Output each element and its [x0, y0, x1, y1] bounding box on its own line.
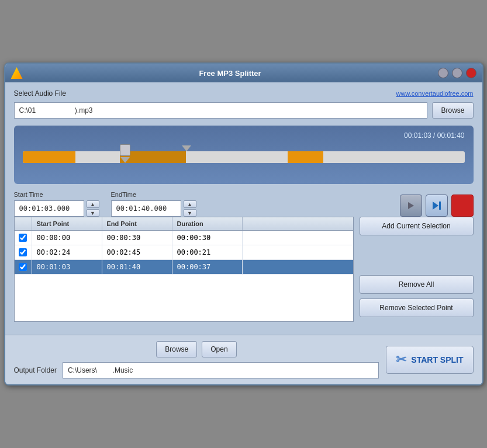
start-time-input-row: ▲ ▼ [14, 200, 99, 217]
col-header-start: Start Point [32, 217, 102, 230]
row-1-duration: 00:00:30 [172, 231, 243, 245]
title-bar-left [11, 67, 23, 79]
table-header: Start Point End Point Duration [15, 217, 353, 231]
col-header-end: End Point [102, 217, 172, 230]
row-2-start: 00:02:24 [32, 245, 102, 259]
row-2-checkbox-cell[interactable] [15, 245, 32, 259]
splits-table: Start Point End Point Duration 00:00:00 … [14, 217, 354, 322]
start-time-spinners: ▲ ▼ [87, 200, 99, 217]
row-1-checkbox-cell[interactable] [15, 231, 32, 245]
playhead-icon-1 [120, 144, 130, 156]
playhead-arrow-1 [120, 157, 130, 163]
bottom-bar: Browse Open Output Folder ✂ START SPLIT [5, 335, 482, 384]
row-1-start: 00:00:00 [32, 231, 102, 245]
app-logo-icon [11, 67, 23, 79]
row-3-duration: 00:00:37 [172, 260, 243, 274]
playhead-arrow-2 [182, 145, 191, 151]
track-background [23, 151, 465, 163]
stop-button[interactable] [451, 195, 474, 217]
start-time-down-button[interactable]: ▼ [87, 209, 99, 217]
file-row: Browse [14, 102, 474, 119]
row-2-duration: 00:00:21 [172, 245, 243, 259]
col-header-check [15, 217, 32, 230]
svg-rect-2 [439, 202, 441, 210]
row-3-checkbox[interactable] [19, 263, 27, 271]
end-time-input[interactable] [111, 200, 181, 217]
table-section: Start Point End Point Duration 00:00:00 … [14, 217, 474, 322]
end-time-spinners: ▲ ▼ [184, 200, 196, 217]
audio-file-input[interactable] [14, 102, 428, 119]
play-button[interactable] [400, 195, 422, 217]
start-time-input[interactable] [14, 200, 84, 217]
skip-play-button[interactable] [426, 195, 448, 217]
title-bar: Free MP3 Splitter [5, 64, 482, 82]
output-browse-button[interactable]: Browse [156, 341, 197, 357]
playhead-marker-1[interactable] [120, 144, 130, 163]
playback-controls [400, 195, 474, 217]
time-display: 00:01:03 / 00:01:40 [23, 131, 465, 140]
end-time-group: EndTime ▲ ▼ [111, 191, 196, 217]
add-selection-button[interactable]: Add Current Selection [360, 217, 474, 235]
track-fill-3 [288, 151, 323, 163]
right-buttons: Add Current Selection Remove All Remove … [360, 217, 474, 322]
browse-audio-button[interactable]: Browse [432, 102, 473, 119]
row-2-checkbox[interactable] [19, 248, 27, 256]
waveform-section: 00:01:03 / 00:01:40 [14, 126, 474, 184]
row-1-checkbox[interactable] [19, 234, 27, 242]
window-controls [438, 68, 476, 78]
remove-all-button[interactable]: Remove All [360, 275, 474, 294]
svg-marker-1 [433, 202, 438, 210]
website-link[interactable]: www.convertaudiofree.com [396, 90, 473, 97]
col-header-duration: Duration [172, 217, 243, 230]
table-row[interactable]: 00:01:03 00:01:40 00:00:37 [15, 260, 353, 275]
remove-selected-button[interactable]: Remove Selected Point [360, 298, 474, 317]
slider-container[interactable] [23, 144, 465, 173]
row-3-end: 00:01:40 [102, 260, 172, 274]
output-folder-input[interactable] [63, 362, 379, 378]
app-window: Free MP3 Splitter Select Audio File www.… [4, 62, 483, 386]
bottom-section: Browse Open Output Folder [14, 341, 379, 378]
track-fill-1 [23, 151, 76, 163]
end-time-input-row: ▲ ▼ [111, 200, 196, 217]
end-time-down-button[interactable]: ▼ [184, 209, 196, 217]
browse-open-row: Browse Open [14, 341, 379, 357]
skip-forward-icon [431, 200, 442, 211]
play-icon [406, 201, 416, 210]
end-time-label: EndTime [111, 191, 196, 198]
output-open-button[interactable]: Open [202, 341, 236, 357]
maximize-button[interactable] [452, 68, 462, 78]
table-body: 00:00:00 00:00:30 00:00:30 00:02:24 00:0… [15, 231, 353, 312]
minimize-button[interactable] [438, 68, 448, 78]
end-time-up-button[interactable]: ▲ [184, 200, 196, 208]
row-3-checkbox-cell[interactable] [15, 260, 32, 274]
start-time-group: Start Time ▲ ▼ [14, 191, 99, 217]
window-title: Free MP3 Splitter [23, 69, 438, 78]
playhead-marker-2[interactable] [182, 144, 191, 151]
row-2-end: 00:02:45 [102, 245, 172, 259]
start-time-label: Start Time [14, 191, 99, 198]
row-1-end: 00:00:30 [102, 231, 172, 245]
start-split-label: START SPLIT [411, 355, 463, 364]
row-3-start: 00:01:03 [32, 260, 102, 274]
bottom-controls-row: Output Folder [14, 362, 379, 378]
table-row[interactable]: 00:02:24 00:02:45 00:00:21 [15, 245, 353, 260]
controls-row: Start Time ▲ ▼ EndTime ▲ ▼ [14, 191, 474, 217]
start-split-button[interactable]: ✂ START SPLIT [386, 346, 473, 374]
scissors-icon: ✂ [396, 352, 406, 367]
output-folder-label: Output Folder [14, 366, 57, 374]
select-audio-label: Select Audio File [14, 89, 66, 98]
svg-marker-0 [408, 202, 414, 209]
close-button[interactable] [466, 68, 476, 78]
table-row[interactable]: 00:00:00 00:00:30 00:00:30 [15, 231, 353, 245]
main-content: Select Audio File www.convertaudiofree.c… [5, 82, 482, 335]
start-time-up-button[interactable]: ▲ [87, 200, 99, 208]
header-row: Select Audio File www.convertaudiofree.c… [14, 89, 474, 98]
